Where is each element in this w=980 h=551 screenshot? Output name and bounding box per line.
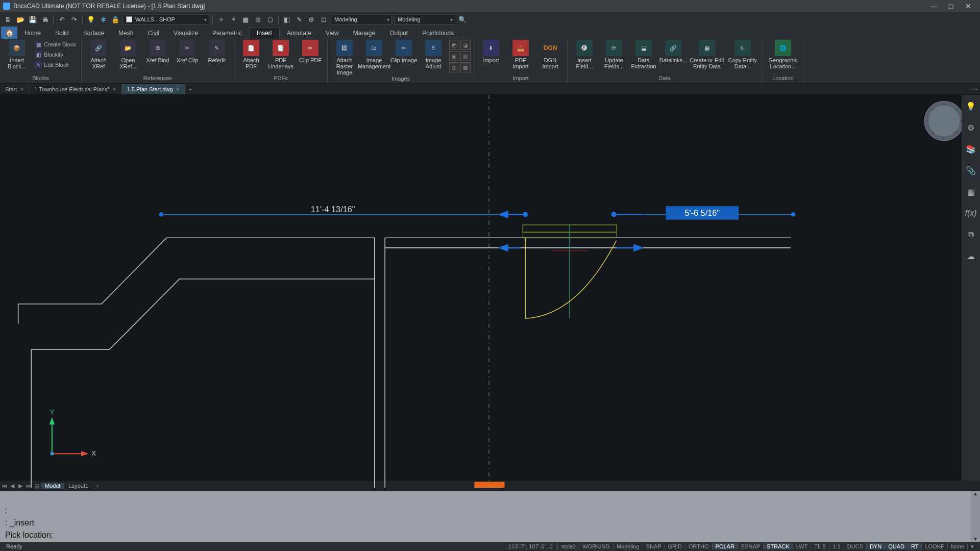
drawing-canvas[interactable]: 11'-4 13/16" 5'-6 5/16": [0, 95, 980, 481]
status-toggle-snap[interactable]: SNAP: [643, 543, 665, 549]
workspace-dropdown-a[interactable]: Modeling: [331, 14, 392, 24]
add-document-button[interactable]: +: [185, 86, 195, 92]
blockify-button[interactable]: ◧Blockify: [33, 50, 78, 59]
close-tab-icon[interactable]: ×: [113, 86, 116, 93]
status-toggle-polar[interactable]: POLAR: [712, 543, 738, 549]
status-toggle-1:1[interactable]: 1:1: [829, 543, 843, 549]
blocks-icon[interactable]: ⧉: [965, 229, 977, 241]
status-layerstate[interactable]: WORKING: [579, 543, 613, 550]
tabs-overflow-icon[interactable]: ⋯: [971, 85, 978, 93]
status-toggle-none[interactable]: None: [947, 543, 967, 549]
status-toggle-rt[interactable]: RT: [908, 543, 921, 549]
close-tab-icon[interactable]: ×: [176, 86, 180, 93]
doc-tab-townhouse[interactable]: 1.Townhouse Electrical Plans*×: [29, 84, 121, 94]
status-toggle-strack[interactable]: STRACK: [763, 543, 793, 549]
doc-tab-start[interactable]: Start×: [0, 84, 29, 94]
doc-tab-planstart[interactable]: 1.5 Plan Start.dwg×: [122, 84, 185, 94]
undo-icon[interactable]: ↶: [57, 14, 67, 24]
status-toggle-dyn[interactable]: DYN: [866, 543, 885, 549]
image-mini-button[interactable]: ◪: [460, 40, 471, 50]
status-toggle-esnap[interactable]: ESNAP: [738, 543, 763, 549]
image-management-button[interactable]: 🗂Image Management: [360, 40, 388, 69]
attach-xref-button[interactable]: 🔗Attach XRef: [85, 40, 112, 69]
ribbon-tab-mesh[interactable]: Mesh: [111, 28, 140, 39]
layer-lock-icon[interactable]: 🔒: [110, 14, 120, 24]
image-mini-button[interactable]: ▥: [449, 62, 459, 72]
attachments-icon[interactable]: 📎: [965, 164, 977, 177]
insert-field-button[interactable]: 🅕Insert Field...: [571, 40, 598, 69]
status-toggle-lwt[interactable]: LWT: [793, 543, 811, 549]
tool-icon[interactable]: ▦: [240, 14, 251, 24]
xref-bind-button[interactable]: ⧉Xref Bind: [144, 40, 172, 63]
tips-icon[interactable]: 💡: [965, 100, 977, 112]
insert-block-button[interactable]: 📦 Insert Block...: [3, 40, 31, 69]
status-toggle-lookf[interactable]: LOOKF: [921, 543, 947, 549]
attach-raster-button[interactable]: 🖼Attach Raster Image: [331, 40, 358, 76]
edit-block-button[interactable]: ✎Edit Block: [33, 60, 78, 69]
structure-icon[interactable]: ▦: [965, 186, 977, 198]
image-mini-button[interactable]: ▩: [460, 62, 471, 72]
settings-icon[interactable]: ⚙: [965, 121, 977, 134]
ribbon-tab-surface[interactable]: Surface: [76, 28, 111, 39]
print-icon[interactable]: 🖶: [40, 14, 50, 24]
tool-icon[interactable]: ✧: [216, 14, 226, 24]
ribbon-tab-manage[interactable]: Manage: [346, 28, 382, 39]
status-coords[interactable]: 113'-7", 107'-6", 0": [505, 543, 558, 550]
status-toggle-ortho[interactable]: ORTHO: [685, 543, 712, 549]
ribbon-tab-home[interactable]: Home: [17, 28, 48, 39]
datalinks-button[interactable]: 🔗Datalinks...: [659, 40, 687, 63]
tool-icon[interactable]: ◧: [282, 14, 292, 24]
new-icon[interactable]: 🗎: [3, 14, 13, 24]
pdf-import-button[interactable]: 📥PDF Import: [507, 40, 534, 69]
update-fields-button[interactable]: ⟳Update Fields...: [600, 40, 628, 69]
save-icon[interactable]: 💾: [28, 14, 38, 24]
clip-image-button[interactable]: ✂Clip Image: [390, 40, 418, 63]
ribbon-tab-pointclouds[interactable]: Pointclouds: [415, 28, 461, 39]
workspace-dropdown-b[interactable]: Modeling: [394, 14, 455, 24]
tool-icon[interactable]: ⌖: [228, 14, 238, 24]
tool-icon[interactable]: ✎: [294, 14, 304, 24]
close-button[interactable]: ✕: [960, 1, 977, 11]
xref-clip-button[interactable]: ✂Xref Clip: [174, 40, 201, 63]
dgn-import-button[interactable]: DGNDGN Import: [536, 40, 564, 69]
data-extraction-button[interactable]: ⬓Data Extraction: [630, 40, 657, 69]
redo-icon[interactable]: ↷: [69, 14, 79, 24]
image-mini-button[interactable]: ◩: [449, 40, 459, 50]
tool-icon[interactable]: ⊡: [318, 14, 329, 24]
clip-pdf-button[interactable]: ✂Clip PDF: [297, 40, 324, 63]
create-block-button[interactable]: ▦Create Block: [33, 40, 78, 49]
ribbon-tab-output[interactable]: Output: [382, 28, 415, 39]
ribbon-tab-parametric[interactable]: Parametric: [205, 28, 249, 39]
app-menu-button[interactable]: 🏠: [1, 27, 17, 39]
minimize-button[interactable]: —: [925, 1, 942, 11]
cmd-scrollbar[interactable]: ▲▼: [971, 491, 980, 542]
layer-freeze-icon[interactable]: ❄: [98, 14, 108, 24]
lookfrom-widget[interactable]: [924, 101, 964, 140]
open-xref-button[interactable]: 📂Open XRef...: [114, 40, 142, 69]
ribbon-tab-solid[interactable]: Solid: [48, 28, 76, 39]
tool-icon[interactable]: ⬡: [265, 14, 275, 24]
ribbon-tab-view[interactable]: View: [318, 28, 346, 39]
import-button[interactable]: ⬇Import: [477, 40, 505, 63]
command-window[interactable]: : : _insert Pick location: ▲▼: [0, 491, 980, 542]
image-mini-button[interactable]: ▣: [449, 51, 459, 61]
close-tab-icon[interactable]: ×: [20, 86, 23, 93]
copy-entity-data-button[interactable]: ⎘Copy Entity Data...: [727, 40, 758, 69]
status-workspace[interactable]: Modeling: [613, 543, 643, 550]
tool-icon[interactable]: ⊞: [253, 14, 263, 24]
layer-bulb-icon[interactable]: 💡: [86, 14, 96, 24]
fx-icon[interactable]: f(x): [965, 207, 977, 219]
tool-icon[interactable]: ⚙: [306, 14, 316, 24]
cloud-icon[interactable]: ☁: [965, 250, 977, 262]
layer-dropdown[interactable]: WALLS - SHOP: [122, 14, 209, 24]
attach-pdf-button[interactable]: 📄Attach PDF: [237, 40, 265, 69]
status-toggle-tile[interactable]: TILE: [811, 543, 829, 549]
status-menu-icon[interactable]: ▾: [967, 543, 977, 550]
layers-icon[interactable]: 📚: [965, 143, 977, 155]
status-style[interactable]: style2: [557, 543, 579, 550]
ribbon-tab-annotate[interactable]: Annotate: [280, 28, 318, 39]
create-entity-data-button[interactable]: ▦Create or Edit Entity Data: [689, 40, 725, 69]
status-toggle-grid[interactable]: GRID: [665, 543, 685, 549]
image-mini-button[interactable]: ▤: [460, 51, 471, 61]
search-icon[interactable]: 🔍: [457, 14, 468, 24]
